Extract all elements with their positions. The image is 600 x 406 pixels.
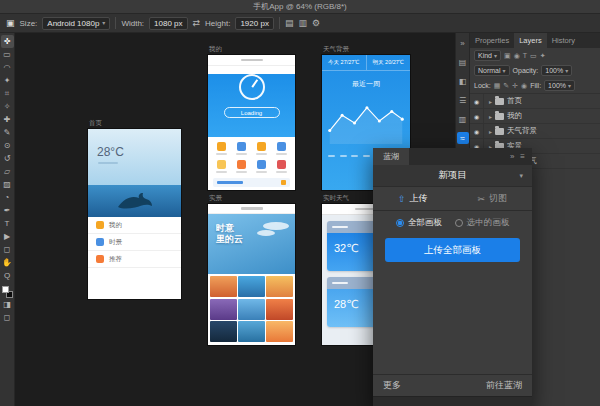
artboard-profile[interactable]: 我的 Loading <box>208 55 295 190</box>
lock-all-icon[interactable]: ◉ <box>521 82 527 90</box>
panel-menu-icon[interactable]: ≡ <box>520 152 525 161</box>
artboard-cards-label[interactable]: 实时天气 <box>323 194 349 203</box>
tools-panel: ✜ ▭ ◠ ✦ ⌗ ✧ ✚ ✎ ⊙ ↺ ▱ ▨ ◔ ✒ T ▶ ◻ ✋ Q ◨ … <box>0 33 15 406</box>
collapse-dock-icon[interactable]: » <box>457 37 469 49</box>
caption-placeholder <box>216 171 227 173</box>
home-subtext-placeholder <box>98 162 118 164</box>
healing-brush-tool[interactable]: ✚ <box>1 113 14 126</box>
eyedropper-tool[interactable]: ✧ <box>1 100 14 113</box>
layer-visibility-icon[interactable]: ◉ <box>470 109 484 123</box>
layer-expand-icon[interactable]: ▸ <box>489 128 492 135</box>
gear-icon[interactable]: ⚙ <box>312 18 320 28</box>
eraser-tool[interactable]: ▱ <box>1 165 14 178</box>
fill-label: Fill: <box>530 82 541 89</box>
lock-transparency-icon[interactable]: ▦ <box>494 82 501 90</box>
blend-mode-select[interactable]: Normal ▾ <box>474 65 510 76</box>
goto-lanhu-link[interactable]: 前往蓝湖 <box>486 379 522 392</box>
gallery-header <box>208 204 295 214</box>
marquee-tool[interactable]: ▭ <box>1 48 14 61</box>
history-brush-tool[interactable]: ↺ <box>1 152 14 165</box>
week-temperature-chart <box>324 93 408 151</box>
move-tool[interactable]: ✜ <box>1 35 14 48</box>
layer-visibility-icon[interactable]: ◉ <box>470 94 484 108</box>
magic-wand-tool[interactable]: ✦ <box>1 74 14 87</box>
type-tool[interactable]: T <box>1 217 14 230</box>
app-icon <box>217 160 226 169</box>
artboard-gallery[interactable]: 实景 时意 里的云 <box>208 204 295 345</box>
tab-properties[interactable]: Properties <box>470 33 514 48</box>
project-select[interactable]: 新项目 ▾ <box>373 165 532 187</box>
tool-options-bar: ▣ Size: Android 1080p ▾ Width: 1080 px ⇄… <box>0 14 600 33</box>
home-temperature: 28°C <box>97 145 124 159</box>
lock-pixels-icon[interactable]: ✎ <box>503 82 509 90</box>
artboard-gallery-label[interactable]: 实景 <box>209 194 222 203</box>
filter-adjustment-layers-icon[interactable]: ◉ <box>514 52 520 60</box>
layer-expand-icon[interactable]: ▸ <box>489 98 492 105</box>
width-input[interactable]: 1080 px <box>149 17 187 30</box>
opacity-label: Opacity: <box>513 67 539 74</box>
app-icon <box>217 142 226 151</box>
filter-shape-layers-icon[interactable]: ▭ <box>530 52 537 60</box>
adjustments-panel-icon[interactable]: ◧ <box>457 75 469 87</box>
blur-tool[interactable]: ◔ <box>1 191 14 204</box>
chevron-down-icon: ▾ <box>102 20 105 26</box>
tab-upload-label: 上传 <box>410 192 428 205</box>
lanhu-panel-tab[interactable]: 蓝湖 <box>373 148 409 165</box>
photo-thumbnail <box>238 276 265 297</box>
color-panel-icon[interactable]: ▤ <box>457 56 469 68</box>
radio-selected-artboards[interactable]: 选中的画板 <box>455 217 510 229</box>
clone-stamp-tool[interactable]: ⊙ <box>1 139 14 152</box>
foreground-color-swatch[interactable] <box>2 286 9 293</box>
grid-item <box>212 142 232 155</box>
profile-header <box>208 55 295 66</box>
opacity-select[interactable]: 100% ▾ <box>541 65 572 76</box>
quick-mask-button[interactable]: ◨ <box>1 298 14 311</box>
gradient-tool[interactable]: ▨ <box>1 178 14 191</box>
tab-slice[interactable]: ✂ 切图 <box>453 187 533 210</box>
layer-row[interactable]: ◉ ▸ 天气背景 <box>470 124 600 139</box>
layer-row[interactable]: ◉ ▸ 首页 <box>470 94 600 109</box>
layer-visibility-icon[interactable]: ◉ <box>470 124 484 138</box>
filter-smart-objects-icon[interactable]: ✦ <box>540 52 546 60</box>
artboard-week-label[interactable]: 天气背景 <box>323 45 349 54</box>
upload-scope-options: 全部画板 选中的画板 <box>373 211 532 235</box>
hand-tool[interactable]: ✋ <box>1 256 14 269</box>
size-select[interactable]: Android 1080p ▾ <box>42 17 110 30</box>
radio-all-artboards[interactable]: 全部画板 <box>396 217 442 229</box>
collapse-panel-icon[interactable]: » <box>510 152 514 161</box>
tab-upload[interactable]: ⇧ 上传 <box>373 187 453 210</box>
screen-mode-button[interactable]: ◻ <box>1 311 14 324</box>
more-link[interactable]: 更多 <box>383 379 401 392</box>
lasso-tool[interactable]: ◠ <box>1 61 14 74</box>
align-icon[interactable]: ▤ <box>285 18 294 28</box>
shape-tool[interactable]: ◻ <box>1 243 14 256</box>
app-icon <box>237 160 246 169</box>
upload-all-artboards-button[interactable]: 上传全部画板 <box>385 238 520 262</box>
tab-history[interactable]: History <box>547 33 580 48</box>
artboard-home[interactable]: 首页 28°C 我的 时景 <box>88 129 181 299</box>
layer-expand-icon[interactable]: ▸ <box>489 113 492 120</box>
filter-type-layers-icon[interactable]: T <box>523 52 527 59</box>
path-select-tool[interactable]: ▶ <box>1 230 14 243</box>
brushes-panel-icon[interactable]: ▥ <box>457 113 469 125</box>
layer-row[interactable]: ◉ ▸ 我的 <box>470 109 600 124</box>
brush-tool[interactable]: ✎ <box>1 126 14 139</box>
swap-dimensions-icon[interactable]: ⇄ <box>193 18 201 28</box>
pen-tool[interactable]: ✒ <box>1 204 14 217</box>
crop-tool[interactable]: ⌗ <box>1 87 14 100</box>
menu-recommend-label: 推荐 <box>109 255 122 264</box>
filter-pixel-layers-icon[interactable]: ▣ <box>504 52 511 60</box>
distribute-icon[interactable]: ▥ <box>298 18 307 28</box>
lanhu-plugin-icon[interactable]: ≈ <box>457 132 469 144</box>
layer-filter-select[interactable]: Kind ▾ <box>474 50 501 61</box>
zoom-tool[interactable]: Q <box>1 269 14 282</box>
tab-layers[interactable]: Layers <box>514 33 547 48</box>
height-input[interactable]: 1920 px <box>235 17 273 30</box>
libraries-panel-icon[interactable]: ☰ <box>457 94 469 106</box>
lock-position-icon[interactable]: ✛ <box>512 82 518 90</box>
lanhu-empty-area <box>373 262 532 374</box>
lanhu-tab-bar: ⇧ 上传 ✂ 切图 <box>373 187 532 211</box>
artboard-profile-label[interactable]: 我的 <box>209 45 222 54</box>
fill-select[interactable]: 100% ▾ <box>544 80 575 91</box>
artboard-home-label[interactable]: 首页 <box>89 119 102 128</box>
